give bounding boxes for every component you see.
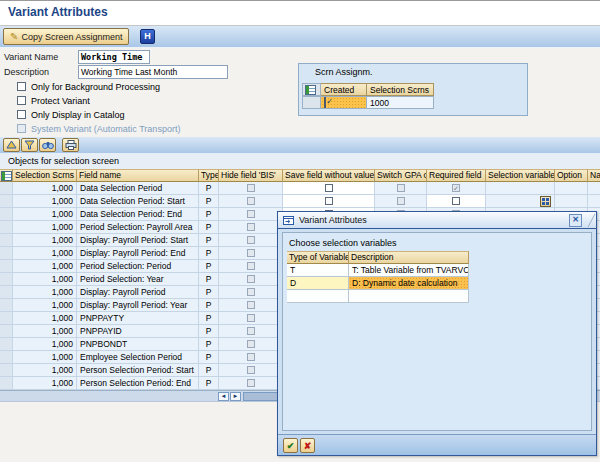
row-selector[interactable] bbox=[0, 208, 13, 221]
row-selector[interactable] bbox=[0, 364, 13, 377]
row-selector[interactable] bbox=[0, 260, 13, 273]
row-selector[interactable] bbox=[0, 234, 13, 247]
checkbox-box[interactable] bbox=[17, 82, 26, 91]
checkbox-box[interactable] bbox=[17, 96, 26, 105]
cell-selection-scrns: 1,000 bbox=[13, 208, 77, 221]
created-column-header[interactable]: Created bbox=[321, 83, 367, 96]
cell-selection-scrns: 1,000 bbox=[13, 234, 77, 247]
dialog-footer: ✔ ✘ bbox=[278, 434, 596, 455]
row-selector[interactable] bbox=[0, 221, 13, 234]
checkbox-save-field-without-values[interactable] bbox=[325, 184, 333, 192]
filter-button[interactable] bbox=[21, 138, 38, 152]
section-strip: Objects for selection screen bbox=[0, 153, 600, 169]
table-row[interactable]: 1,000Data Selection PeriodP bbox=[0, 182, 600, 195]
row-selector[interactable] bbox=[0, 195, 13, 208]
cell-selection-variable[interactable] bbox=[486, 195, 555, 208]
checkbox-hide-field-bis-cell bbox=[219, 286, 283, 299]
selection-scrns-column-header[interactable]: Selection Scrns bbox=[367, 83, 434, 96]
variant-name-field[interactable]: Working Time bbox=[78, 50, 150, 64]
column-header-type[interactable]: Type bbox=[199, 169, 219, 182]
close-icon[interactable]: ✕ bbox=[569, 214, 582, 227]
description-field[interactable]: Working Time Last Month bbox=[78, 65, 228, 79]
column-header-selection-variable[interactable]: Selection variable bbox=[486, 169, 555, 182]
screen-assignment-row[interactable]: 1000 bbox=[302, 96, 434, 109]
checkbox-save-field-without-values-cell bbox=[283, 182, 375, 195]
sort-ascending-icon bbox=[6, 140, 17, 150]
checkbox-label: Only for Background Processing bbox=[31, 82, 160, 92]
title-bar-decoration bbox=[588, 213, 596, 227]
row-selector[interactable] bbox=[0, 377, 13, 390]
select-all-icon[interactable] bbox=[0, 169, 13, 182]
selection-variable-row[interactable] bbox=[287, 290, 469, 303]
row-selector[interactable] bbox=[0, 312, 13, 325]
column-header-field-name[interactable]: Field name bbox=[77, 169, 199, 182]
row-selector[interactable] bbox=[0, 325, 13, 338]
cell-selection-scrns: 1,000 bbox=[13, 312, 77, 325]
screen-assignment-title: Scrn Assignm. bbox=[315, 67, 373, 77]
selection-variable-row[interactable]: DD: Dynamic date calculation bbox=[287, 277, 469, 290]
checkbox-hide-field-bis-cell bbox=[219, 247, 283, 260]
row-selector[interactable] bbox=[0, 286, 13, 299]
checkbox-required-field[interactable] bbox=[452, 197, 460, 205]
cell-type: P bbox=[199, 325, 219, 338]
column-header-switch-gpa[interactable]: Switch GPA off bbox=[375, 169, 427, 182]
row-selector[interactable] bbox=[0, 273, 13, 286]
row-selector[interactable] bbox=[0, 182, 13, 195]
cell-description[interactable]: T: Table Variable from TVARVC bbox=[349, 264, 469, 277]
confirm-button[interactable]: ✔ bbox=[283, 438, 298, 453]
table-toolbar bbox=[0, 137, 600, 153]
cell-type: P bbox=[199, 247, 219, 260]
info-icon[interactable]: H bbox=[140, 29, 155, 44]
find-button[interactable] bbox=[39, 138, 56, 152]
dialog-title: Variant Attributes bbox=[299, 215, 367, 225]
cell-selection-scrns: 1,000 bbox=[13, 182, 77, 195]
checkbox-save-field-without-values[interactable] bbox=[325, 197, 333, 205]
dialog-title-bar[interactable]: Variant Attributes ✕ bbox=[278, 212, 596, 229]
row-selector[interactable] bbox=[0, 338, 13, 351]
row-selector[interactable] bbox=[0, 299, 13, 312]
cell-type-of-variable[interactable]: T bbox=[287, 264, 349, 277]
copy-screen-assignment-button[interactable]: ✎ Copy Screen Assignment bbox=[3, 28, 129, 45]
column-header-type-of-variable[interactable]: Type of Variable bbox=[287, 251, 349, 264]
cancel-button[interactable]: ✘ bbox=[300, 438, 315, 453]
sap-variant-attributes-screen: Variant Attributes ✎ Copy Screen Assignm… bbox=[0, 0, 600, 462]
dialog-window-icon bbox=[282, 215, 295, 226]
column-header-hide-field-bis[interactable]: Hide field 'BIS' bbox=[219, 169, 283, 182]
checkbox-protect-variant[interactable]: Protect Variant bbox=[17, 95, 90, 106]
checkbox-only-display-catalog[interactable]: Only Display in Catalog bbox=[17, 109, 125, 120]
sort-ascending-button[interactable] bbox=[3, 138, 20, 152]
checkbox-required-field-cell bbox=[427, 195, 486, 208]
checkbox-box[interactable] bbox=[17, 110, 26, 119]
cell-description[interactable]: D: Dynamic date calculation bbox=[349, 277, 469, 290]
checkbox-only-background-processing[interactable]: Only for Background Processing bbox=[17, 81, 160, 92]
value-help-icon[interactable] bbox=[540, 196, 551, 207]
scroll-right-button[interactable]: ► bbox=[230, 392, 241, 401]
checkbox-hide-field-bis bbox=[247, 275, 255, 283]
cell-description[interactable] bbox=[349, 290, 469, 303]
column-header-required-field[interactable]: Required field bbox=[427, 169, 486, 182]
checkbox-hide-field-bis bbox=[247, 379, 255, 387]
column-header-save-field[interactable]: Save field without values bbox=[283, 169, 375, 182]
column-header-description[interactable]: Description bbox=[349, 251, 469, 264]
column-header-selection-scrns[interactable]: Selection Scrns bbox=[13, 169, 77, 182]
created-checkbox[interactable] bbox=[324, 97, 326, 109]
column-header-option[interactable]: Option bbox=[555, 169, 588, 182]
table-row[interactable]: 1,000Data Selection Period: StartP bbox=[0, 195, 600, 208]
select-all-icon[interactable] bbox=[302, 83, 321, 96]
row-selector[interactable] bbox=[0, 247, 13, 260]
column-header-name[interactable]: Na bbox=[588, 169, 600, 182]
checkbox-hide-field-bis-cell bbox=[219, 377, 283, 390]
cell-selection-scrns: 1,000 bbox=[13, 221, 77, 234]
scroll-left-button[interactable]: ◄ bbox=[218, 392, 229, 401]
row-selector[interactable] bbox=[302, 96, 321, 109]
print-button[interactable] bbox=[62, 138, 79, 152]
row-selector[interactable] bbox=[0, 351, 13, 364]
cell-selection-scrns: 1,000 bbox=[13, 377, 77, 390]
created-cell[interactable] bbox=[321, 96, 367, 109]
cell-type-of-variable[interactable]: D bbox=[287, 277, 349, 290]
cell-field-name: PNPBONDT bbox=[77, 338, 199, 351]
cell-type-of-variable[interactable] bbox=[287, 290, 349, 303]
selection-variable-row[interactable]: TT: Table Variable from TVARVC bbox=[287, 264, 469, 277]
selection-variables-header: Type of Variable Description bbox=[287, 251, 469, 264]
cell-selection-variable[interactable] bbox=[486, 182, 555, 195]
